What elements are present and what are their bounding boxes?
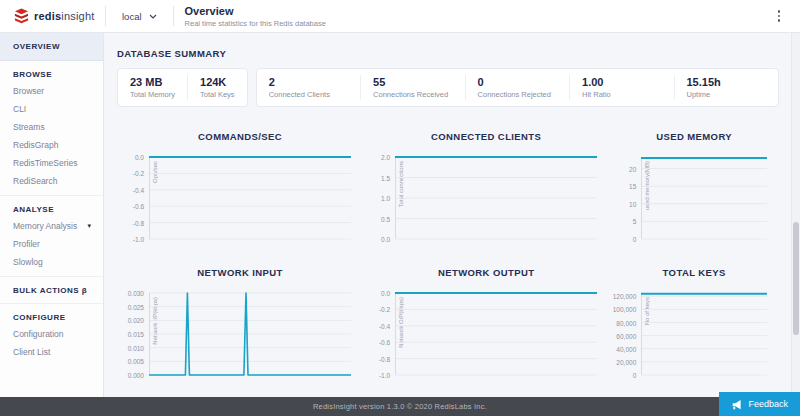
sidebar-section-configure: CONFIGUREConfigurationClient List [0, 304, 103, 366]
y-tick-label: 0 [633, 236, 637, 243]
page-title: Overview [185, 5, 326, 17]
megaphone-icon [731, 399, 742, 410]
chart-body: 20151050used memory(MB) [609, 157, 779, 239]
sidebar-section-header-configure: CONFIGURE [13, 307, 103, 325]
sidebar-item-label: Client List [13, 347, 50, 357]
summary-stat-value: 23 MB [130, 76, 175, 88]
summary-card: 2Connected Clients55Connections Received… [256, 68, 779, 107]
sidebar-item-overview[interactable]: OVERVIEW [0, 33, 103, 61]
app-header: redisinsight local Overview Real time st… [0, 0, 800, 33]
chart-network-output: NETWORK OUTPUT0.0-0.2-0.4-0.6-0.8-1.0Net… [363, 267, 609, 375]
chart-canvas [149, 293, 351, 375]
y-tick-label: 100,000 [613, 306, 637, 313]
summary-stat-label: Connections Received [373, 90, 452, 99]
sidebar-item-redisearch[interactable]: RediSearch [13, 172, 103, 190]
sidebar-item-cli[interactable]: CLI [13, 100, 103, 118]
chart-title: NETWORK INPUT [117, 267, 363, 278]
summary-stat-connected-clients: 2Connected Clients [257, 75, 361, 100]
summary-stat-value: 15.15h [687, 76, 766, 88]
chart-body: 0.0-0.2-0.4-0.6-0.8-1.0Ops/sec [117, 157, 363, 239]
summary-stat-value: 2 [269, 76, 348, 88]
chart-plot-area: Total connections [395, 157, 597, 239]
summary-stat-hit-ratio: 1.00Hit Ratio [570, 75, 674, 100]
y-tick-label: 0.000 [128, 372, 144, 379]
sidebar-item-streams[interactable]: Streams [13, 118, 103, 136]
summary-stat-connections-rejected: 0Connections Rejected [466, 75, 570, 100]
y-tick-label: 20,000 [616, 358, 636, 365]
sidebar-item-label: Browser [13, 86, 44, 96]
chart-title: USED MEMORY [609, 131, 779, 142]
database-summary-row: 23 MBTotal Memory124KTotal Keys2Connecte… [117, 68, 779, 107]
sidebar-section-header-browse: BROWSE [13, 64, 103, 82]
y-tick-label: 15 [629, 183, 636, 190]
y-tick-label: 0 [633, 372, 637, 379]
sidebar-item-configuration[interactable]: Configuration [13, 325, 103, 343]
summary-stat-label: Connections Rejected [478, 90, 557, 99]
redisinsight-logo: redisinsight [0, 8, 105, 24]
y-tick-label: -0.8 [379, 355, 390, 362]
y-tick-label: -1.0 [133, 236, 144, 243]
chart-body: 0.0300.0250.0200.0150.0100.0050.000Netwo… [117, 293, 363, 375]
sidebar-section-header-bulk-actions[interactable]: BULK ACTIONS β [13, 280, 103, 298]
sidebar-item-memory-analysis[interactable]: Memory Analysis▾ [13, 217, 103, 235]
y-tick-label: 80,000 [616, 319, 636, 326]
redis-logo-icon [14, 8, 29, 24]
y-tick-label: 20 [629, 165, 636, 172]
summary-card: 23 MBTotal Memory124KTotal Keys [117, 68, 248, 107]
page-title-block: Overview Real time statistics for this R… [174, 5, 326, 28]
y-axis-ticks: 0.0-0.2-0.4-0.6-0.8-1.0 [117, 157, 149, 239]
kebab-menu-icon[interactable] [774, 6, 785, 26]
y-tick-label: 1.5 [381, 174, 390, 181]
y-tick-label: 0.020 [128, 317, 144, 324]
sidebar-item-profiler[interactable]: Profiler [13, 235, 103, 253]
y-tick-label: 0.030 [128, 290, 144, 297]
database-selector[interactable]: local [106, 0, 173, 32]
scrollbar[interactable] [791, 33, 800, 397]
sidebar-item-browser[interactable]: Browser [13, 82, 103, 100]
sidebar-item-client-list[interactable]: Client List [13, 343, 103, 361]
sidebar-item-slowlog[interactable]: Slowlog [13, 253, 103, 271]
y-tick-label: 0.015 [128, 331, 144, 338]
scrollbar-thumb[interactable] [793, 222, 799, 335]
sidebar-item-redistimeseries[interactable]: RedisTimeSeries [13, 154, 103, 172]
chevron-down-icon: ▾ [87, 222, 91, 230]
feedback-button[interactable]: Feedback [719, 392, 800, 416]
y-tick-label: 5 [633, 218, 637, 225]
summary-stat-label: Connected Clients [269, 90, 348, 99]
app-body: OVERVIEW BROWSEBrowserCLIStreamsRedisGra… [0, 33, 800, 397]
chart-plot-area: Ops/sec [149, 157, 351, 239]
chart-body: 120,000100,00080,00060,00040,00020,0000N… [609, 293, 779, 375]
y-tick-label: -0.4 [379, 322, 390, 329]
footer: RedisInsight version 1.3.0 © 2020 RedisL… [0, 397, 800, 416]
y-tick-label: 0.0 [135, 154, 144, 161]
summary-stat-label: Uptime [687, 90, 766, 99]
summary-stat-label: Hit Ratio [582, 90, 661, 99]
chart-plot-area: No of keys [641, 293, 767, 375]
chart-total-keys: TOTAL KEYS120,000100,00080,00060,00040,0… [609, 267, 779, 375]
sidebar-section-analyse: ANALYSEMemory Analysis▾ProfilerSlowlog [0, 196, 103, 277]
y-tick-label: -0.6 [133, 203, 144, 210]
y-tick-label: 0.005 [128, 358, 144, 365]
y-tick-label: -0.4 [133, 186, 144, 193]
y-axis-ticks: 2.01.51.00.50.0 [363, 157, 395, 239]
y-axis-ticks: 0.0300.0250.0200.0150.0100.0050.000 [117, 293, 149, 375]
database-selector-label: local [122, 11, 142, 22]
y-tick-label: -0.6 [379, 339, 390, 346]
summary-stat-label: Total Memory [130, 90, 175, 99]
sidebar-item-redisgraph[interactable]: RedisGraph [13, 136, 103, 154]
sidebar-section-bulk-actions: BULK ACTIONS β [0, 277, 103, 304]
database-summary-title: DATABASE SUMMARY [117, 48, 779, 59]
sidebar-item-label: Streams [13, 122, 45, 132]
y-tick-label: 40,000 [616, 345, 636, 352]
chart-canvas [149, 157, 351, 239]
summary-stat-total-keys: 124KTotal Keys [188, 75, 247, 100]
sidebar-item-label: RediSearch [13, 176, 57, 186]
footer-text: RedisInsight version 1.3.0 © 2020 RedisL… [313, 402, 487, 411]
sidebar-item-label: RedisTimeSeries [13, 158, 77, 168]
summary-stat-label: Total Keys [200, 90, 235, 99]
summary-stat-uptime: 15.15hUptime [675, 75, 778, 100]
brand-text: redisinsight [34, 10, 95, 22]
chart-commands-sec: COMMANDS/SEC0.0-0.2-0.4-0.6-0.8-1.0Ops/s… [117, 131, 363, 239]
chart-title: COMMANDS/SEC [117, 131, 363, 142]
sidebar-item-label: Profiler [13, 239, 40, 249]
